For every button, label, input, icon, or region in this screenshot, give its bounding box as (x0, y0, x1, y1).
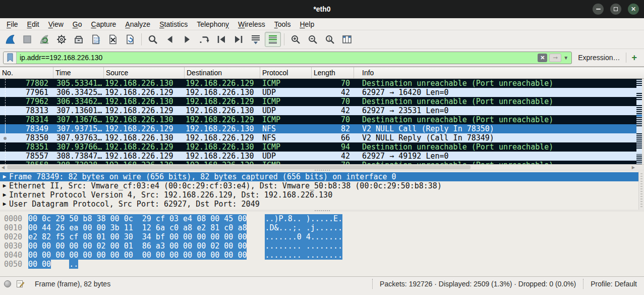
resize-columns-icon[interactable] (339, 32, 355, 47)
status-packet-counts: Packets: 192726 · Displayed: 2509 (1.3%)… (372, 279, 583, 289)
column-header-no[interactable]: No. (0, 67, 53, 78)
column-header-source[interactable]: Source (104, 67, 185, 78)
details-vertical-scrollbar[interactable] (638, 171, 644, 210)
expert-info-button[interactable] (4, 280, 11, 287)
filter-clear-button[interactable]: ✕ (538, 54, 547, 62)
capture-comment-button[interactable] (16, 279, 25, 288)
column-header-info[interactable]: Info (354, 67, 644, 78)
menu-analyze[interactable]: Analyze (121, 20, 155, 28)
hex-line[interactable]: 004000 00 00 00 00 00 00 00 00 00 00 00 … (0, 251, 644, 260)
hex-line[interactable]: 001000 44 26 ea 00 00 3b 11 12 6a c0 a8 … (0, 223, 644, 232)
menu-statistics[interactable]: Statistics (155, 20, 192, 28)
filter-separator (626, 53, 626, 63)
svg-text:1: 1 (328, 36, 331, 41)
column-header-length[interactable]: Length (312, 67, 354, 78)
display-filter-input[interactable]: ip.addr==192.168.226.130 (17, 52, 538, 64)
status-field-info: Frame (frame), 82 bytes (35, 280, 110, 288)
expand-arrow-icon[interactable]: ▶ (0, 181, 9, 190)
menu-wireless[interactable]: Wireless (233, 20, 270, 28)
filter-bookmark-button[interactable] (4, 52, 17, 64)
zoom-out-icon[interactable] (305, 32, 321, 47)
close-button[interactable]: ✕ (628, 4, 639, 15)
bookmark-icon (7, 53, 14, 62)
packet-bytes-pane: 000000 0c 29 50 b8 38 00 0c 29 cf 03 e4 … (0, 212, 644, 276)
menu-go[interactable]: Go (68, 20, 87, 28)
hex-line[interactable]: 005000 00.. (0, 260, 644, 269)
zoom-in-icon[interactable] (287, 32, 304, 47)
menu-capture[interactable]: Capture (87, 20, 121, 28)
statusbar: Frame (frame), 82 bytes Packets: 192726 … (0, 276, 644, 290)
stop-capture-icon[interactable] (19, 32, 35, 47)
packet-list-vertical-scrollbar[interactable] (636, 79, 644, 164)
menu-file[interactable]: File (2, 20, 23, 28)
column-header-protocol[interactable]: Protocol (260, 67, 312, 78)
window-title: *eth0 (0, 0, 644, 18)
zoom-100-icon[interactable]: 1 (322, 32, 338, 47)
menu-help[interactable]: Help (295, 20, 319, 28)
packet-row[interactable]: 78314 307.13676… 192.168.226.130 192.168… (0, 115, 644, 124)
detail-row-ip[interactable]: ▶ Internet Protocol Version 4, Src: 192.… (0, 190, 644, 200)
go-back-icon[interactable] (162, 32, 178, 47)
detail-row-udp[interactable]: ▶ User Datagram Protocol, Src Port: 6292… (0, 200, 644, 209)
filter-apply-button[interactable]: ➞ (549, 54, 561, 62)
reload-file-icon[interactable] (122, 32, 138, 47)
packet-row[interactable]: 77962 306.33462… 192.168.226.130 192.168… (0, 97, 644, 106)
packet-row-selected[interactable]: 78349 307.93715… 192.168.226.129 192.168… (0, 124, 644, 133)
menu-view[interactable]: View (44, 20, 68, 28)
expression-button[interactable]: Expression… (576, 54, 622, 62)
packet-row[interactable]: 78351 307.93766… 192.168.226.129 192.168… (0, 142, 644, 152)
auto-scroll-icon[interactable] (248, 32, 264, 47)
open-file-icon[interactable] (71, 32, 87, 47)
packet-list-horizontal-scrollbar[interactable]: ◀ ▶ (0, 164, 644, 169)
packet-row[interactable]: 77961 306.33425… 192.168.226.129 192.168… (0, 88, 644, 97)
close-icon: ✕ (631, 6, 636, 12)
minimize-icon (596, 9, 601, 10)
menu-telephony[interactable]: Telephony (192, 20, 233, 28)
toolbar-separator (284, 33, 284, 45)
minimize-button[interactable] (593, 4, 604, 15)
packet-list-header: No. Time Source Destination Protocol Len… (0, 67, 644, 79)
detail-row-frame[interactable]: ▶ Frame 78349: 82 bytes on wire (656 bit… (0, 172, 644, 181)
first-packet-icon[interactable] (213, 32, 229, 47)
hex-line[interactable]: 003000 00 00 00 00 02 00 01 86 a3 00 00 … (0, 241, 644, 251)
expand-arrow-icon[interactable]: ▶ (0, 172, 9, 181)
save-file-icon[interactable]: 010101100011 (88, 32, 104, 47)
svg-text:0011: 0011 (94, 41, 100, 44)
scrollbar-handle[interactable] (7, 165, 471, 169)
start-capture-icon[interactable] (2, 32, 18, 47)
maximize-icon (614, 7, 618, 11)
detail-row-ethernet[interactable]: ▶ Ethernet II, Src: Vmware_cf:03:e4 (00:… (0, 181, 644, 190)
go-to-packet-icon[interactable] (196, 32, 212, 47)
hex-line[interactable]: 0020e2 82 f5 cf 08 01 00 30 34 bf 00 00 … (0, 232, 644, 241)
packet-row[interactable]: 78350 307.93763… 192.168.226.130 192.168… (0, 133, 644, 142)
last-packet-icon[interactable] (230, 32, 247, 47)
packet-row[interactable]: 78557 308.73847… 192.168.226.129 192.168… (0, 152, 644, 161)
packet-row[interactable]: 77802 305.53341… 192.168.226.130 192.168… (0, 79, 644, 88)
menu-edit[interactable]: Edit (23, 20, 44, 28)
filter-dropdown-caret[interactable]: ▼ (563, 55, 568, 61)
go-forward-icon[interactable] (179, 32, 195, 47)
restart-capture-icon[interactable] (36, 32, 52, 47)
colorize-packets-icon[interactable] (265, 32, 281, 47)
display-filter-box: ip.addr==192.168.226.130 ✕ ➞ ▼ (3, 52, 572, 64)
column-header-time[interactable]: Time (53, 67, 104, 78)
hex-line[interactable]: 000000 0c 29 50 b8 38 00 0c 29 cf 03 e4 … (0, 214, 644, 223)
packet-row[interactable]: 78313 307.13601… 192.168.226.129 192.168… (0, 106, 644, 115)
main-toolbar: 010101100011 (0, 30, 644, 49)
scrollbar-selected-marker (636, 115, 642, 117)
titlebar[interactable]: *eth0 ✕ (0, 0, 644, 18)
close-file-icon[interactable] (105, 32, 121, 47)
column-header-destination[interactable]: Destination (185, 67, 260, 78)
expand-arrow-icon[interactable]: ▶ (0, 200, 9, 209)
status-profile[interactable]: Profile: Default (583, 279, 639, 289)
comment-pencil-icon (16, 279, 25, 288)
find-packet-icon[interactable] (145, 32, 161, 47)
expand-arrow-icon[interactable]: ▶ (0, 190, 9, 200)
expert-info-icon (4, 280, 11, 287)
menu-tools[interactable]: Tools (270, 20, 296, 28)
packet-details-pane: ▶ Frame 78349: 82 bytes on wire (656 bit… (0, 171, 644, 210)
capture-options-icon[interactable] (53, 32, 70, 47)
maximize-button[interactable] (610, 4, 621, 15)
toolbar-separator (141, 33, 142, 45)
add-filter-button[interactable]: + (630, 53, 641, 63)
